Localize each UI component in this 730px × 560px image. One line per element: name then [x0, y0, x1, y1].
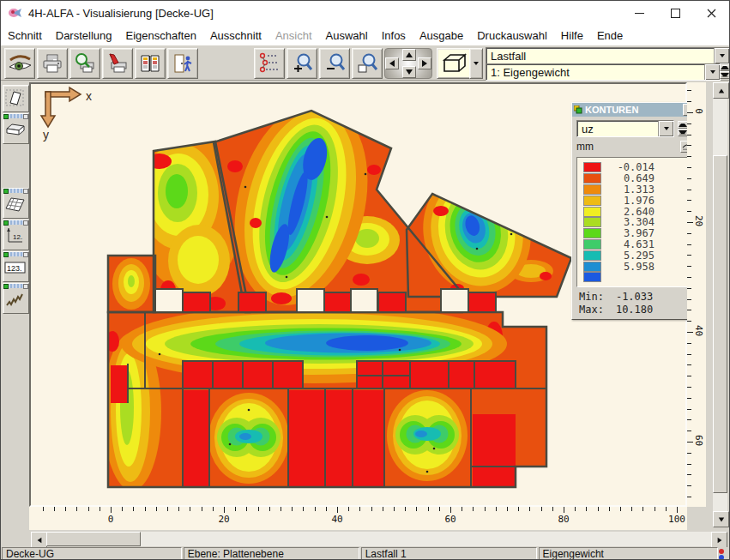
ruler-tick	[677, 507, 678, 513]
minimize-button[interactable]	[621, 1, 657, 25]
spin-down-button[interactable]	[720, 71, 730, 79]
menu-item-eigenschaften[interactable]: Eigenschaften	[119, 27, 203, 45]
sidebar-dimensions-button[interactable]: 12.	[3, 220, 29, 250]
sidebar-values-button[interactable]: 123.	[3, 251, 29, 282]
eye-view-button[interactable]	[4, 48, 35, 79]
quantity-combo[interactable]: uz	[576, 120, 674, 137]
exit-button[interactable]	[167, 48, 198, 79]
pan-right-button[interactable]	[418, 57, 431, 69]
ruler-tick	[122, 507, 123, 511]
ruler-tick	[462, 507, 462, 511]
sidebar-springs-button[interactable]	[3, 283, 29, 314]
zoom-in-button[interactable]	[287, 48, 317, 79]
vertical-scrollbar[interactable]	[713, 82, 727, 527]
ruler-tick	[687, 409, 691, 410]
dropdown-arrow-icon[interactable]	[704, 64, 720, 80]
ruler-tick	[687, 200, 691, 201]
support-teeth	[155, 289, 496, 312]
slab-right	[400, 159, 580, 305]
ruler-tick	[687, 321, 691, 322]
load-case-type-combo[interactable]: Lastfall	[486, 47, 730, 64]
menu-item-ausgabe[interactable]: Ausgabe	[413, 27, 470, 45]
dropdown-arrow-icon	[474, 62, 479, 65]
sidebar-fe-mesh-button[interactable]	[3, 188, 29, 219]
menu-item-darstellung[interactable]: Darstellung	[49, 27, 119, 45]
ruler-horizontal: 020406080100	[29, 507, 687, 530]
minimize-icon	[635, 13, 644, 14]
scroll-right-button[interactable]	[711, 532, 727, 548]
title-bar: 4H-ALFA - Visualisierung [Decke-UG]	[1, 1, 729, 26]
legend-value: 5.958	[601, 261, 655, 273]
legend-row: 1.313	[583, 184, 689, 196]
ruler-tick	[428, 507, 429, 511]
scroll-left-button[interactable]	[31, 532, 47, 548]
ruler-tick	[145, 507, 146, 511]
ruler-tick	[326, 507, 327, 511]
maximize-button[interactable]	[657, 1, 693, 25]
view-3d-button[interactable]	[437, 48, 471, 79]
close-icon	[707, 9, 716, 18]
ruler-tick	[439, 507, 440, 511]
ruler-tick	[609, 507, 610, 511]
ruler-tick	[687, 167, 691, 168]
horizontal-scrollbar[interactable]	[31, 532, 727, 546]
konturen-titlebar[interactable]: KONTUREN	[572, 103, 697, 117]
legend-scale: -0.0140.6491.3131.9762.6403.3043.9674.63…	[576, 157, 693, 287]
pan-left-button[interactable]	[385, 57, 399, 69]
spin-up-button[interactable]	[720, 63, 730, 71]
report-button[interactable]	[135, 48, 166, 79]
scroll-up-button[interactable]	[713, 82, 729, 99]
legend-swatch	[583, 250, 601, 261]
vertical-scrollbar-thumb[interactable]	[713, 155, 727, 493]
ruler-tick	[687, 156, 691, 157]
pan-down-button[interactable]	[402, 66, 416, 78]
close-button[interactable]	[693, 1, 729, 25]
menu-item-druckauswahl[interactable]: Druckauswahl	[470, 27, 554, 45]
zoom-window-button[interactable]	[352, 48, 383, 79]
ruler-tick	[473, 507, 474, 511]
ruler-label: 80	[558, 514, 569, 525]
ruler-tick	[111, 507, 112, 513]
print-settings-button[interactable]	[102, 48, 133, 79]
sidebar-section-plane-button[interactable]	[3, 85, 29, 112]
ruler-tick	[371, 507, 372, 511]
zoom-out-button[interactable]	[319, 48, 350, 79]
menu-item-hilfe[interactable]: Hilfe	[554, 27, 590, 45]
menu-item-ausschnitt[interactable]: Ausschnitt	[203, 27, 268, 45]
ruler-tick	[687, 178, 691, 179]
horizontal-scrollbar-thumb[interactable]	[46, 532, 141, 546]
load-case-combo[interactable]: 1: Eigengewicht	[486, 63, 721, 81]
pan-navigator[interactable]	[384, 48, 432, 79]
ruler-tick	[303, 507, 304, 511]
ruler-tick	[496, 507, 497, 511]
ruler-tick	[687, 464, 691, 465]
ruler-tick	[687, 431, 691, 431]
menu-item-schnitt[interactable]: Schnitt	[1, 27, 49, 45]
scroll-down-button[interactable]	[713, 511, 729, 527]
dropdown-arrow-icon[interactable]	[714, 48, 729, 63]
dropdown-arrow-icon[interactable]	[658, 121, 673, 136]
status-indicator-icon	[719, 549, 725, 560]
ruler-tick	[394, 507, 395, 511]
slab-small	[108, 256, 155, 312]
menu-item-infos[interactable]: Infos	[375, 27, 413, 45]
printer-icon	[41, 52, 63, 75]
ruler-tick	[224, 507, 225, 513]
menu-item-auswahl[interactable]: Auswahl	[319, 27, 375, 45]
legend-row: 4.631	[583, 239, 689, 250]
load-case-spinner[interactable]	[720, 63, 730, 79]
ruler-tick	[529, 507, 530, 511]
ruler-tick	[687, 387, 691, 388]
status-panel-3: Lastfall 1	[361, 547, 537, 560]
sidebar-system-3d-button[interactable]	[3, 113, 29, 144]
ruler-tick	[235, 507, 236, 511]
ruler-tick	[687, 354, 691, 355]
menu-item-ende[interactable]: Ende	[590, 27, 630, 45]
zoom-window-icon	[356, 52, 378, 75]
pan-up-button[interactable]	[402, 49, 416, 61]
view-3d-dropdown-button[interactable]	[469, 48, 483, 79]
node-numbering-button[interactable]	[254, 48, 285, 79]
print-preview-button[interactable]	[69, 48, 100, 79]
print-button[interactable]	[37, 48, 68, 79]
legend-swatch	[583, 217, 601, 227]
